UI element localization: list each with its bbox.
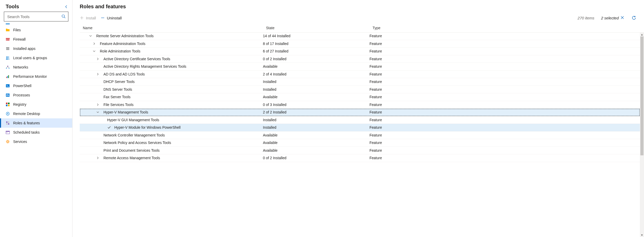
search-icon[interactable] <box>61 14 66 19</box>
table-row[interactable]: DHCP Server ToolsInstalledFeature <box>80 78 640 86</box>
expander-placeholder <box>96 64 100 68</box>
registry-icon <box>6 102 10 106</box>
sidebar-item-files[interactable]: Files <box>0 25 72 35</box>
table-row[interactable]: Role Administration Tools6 of 27 Install… <box>80 48 640 55</box>
search-input[interactable] <box>7 14 61 19</box>
row-name-label: Fax Server Tools <box>103 95 131 99</box>
collapse-sidebar-icon[interactable] <box>64 4 69 9</box>
svg-rect-24 <box>8 121 9 123</box>
table-row[interactable]: Hyper-V Management Tools2 of 2 Installed… <box>80 109 640 116</box>
minus-icon <box>101 16 105 20</box>
table-row[interactable]: Hyper-V GUI Management ToolsInstalledFea… <box>80 116 640 124</box>
svg-point-6 <box>7 66 8 67</box>
cell-state: 6 of 27 Installed <box>263 49 369 53</box>
powershell-icon <box>6 84 10 88</box>
sidebar-item-firewall[interactable]: Firewall <box>0 35 72 44</box>
sidebar-item-installed-apps[interactable]: Installed apps <box>0 44 72 53</box>
svg-rect-16 <box>9 95 9 96</box>
cell-state: Available <box>263 148 369 152</box>
table-row[interactable]: Active Directory Certificate Services To… <box>80 55 640 63</box>
row-name-label: File Services Tools <box>103 103 133 107</box>
svg-point-22 <box>7 113 8 114</box>
table-row[interactable]: DNS Server ToolsInstalledFeature <box>80 86 640 94</box>
clear-selection-icon[interactable] <box>620 16 625 20</box>
chevron-right-icon[interactable] <box>96 57 100 61</box>
table-row[interactable]: Network Controller Management ToolsAvail… <box>80 132 640 139</box>
cell-name: Hyper-V Module for Windows PowerShell <box>80 125 263 129</box>
main-panel: Roles and features Install Uninstall 27 <box>73 0 644 237</box>
chevron-right-icon[interactable] <box>96 103 100 107</box>
scroll-down-icon[interactable]: ▼ <box>640 233 644 237</box>
selected-count-text: 2 selected <box>601 16 619 20</box>
svg-rect-11 <box>8 75 9 78</box>
col-header-state[interactable]: State <box>266 26 373 30</box>
chevron-right-icon[interactable] <box>96 156 100 160</box>
chevron-right-icon[interactable] <box>96 72 100 76</box>
sidebar-item-label: Local users & groups <box>13 56 47 60</box>
sidebar-item-label: Installed apps <box>13 47 35 51</box>
cell-type: Feature <box>369 103 640 107</box>
scroll-up-icon[interactable]: ▲ <box>640 32 644 36</box>
table-row[interactable]: Hyper-V Module for Windows PowerShellIns… <box>80 124 640 132</box>
cell-name: AD DS and AD LDS Tools <box>80 72 263 76</box>
cell-state: Available <box>263 141 369 145</box>
nav-scroll[interactable]: FilesFirewallInstalled appsLocal users &… <box>0 24 72 237</box>
sidebar-item-networks[interactable]: Networks <box>0 63 72 72</box>
scroll-thumb[interactable] <box>640 36 643 155</box>
cell-state: 14 of 44 Installed <box>263 34 369 38</box>
cell-name: Hyper-V GUI Management Tools <box>80 118 263 122</box>
cell-type: Feature <box>369 148 640 152</box>
sidebar-item-label: Files <box>13 28 21 32</box>
sidebar-item-roles-features[interactable]: Roles & features <box>0 118 72 128</box>
chevron-right-icon[interactable] <box>92 42 96 46</box>
cell-name: Active Directory Certificate Services To… <box>80 57 263 61</box>
sidebar-item-performance-monitor[interactable]: Performance Monitor <box>0 72 72 81</box>
table-row[interactable]: Feature Administration Tools8 of 17 Inst… <box>80 40 640 48</box>
table-row[interactable]: Print and Document Services ToolsAvailab… <box>80 147 640 155</box>
sidebar-item-scheduled-tasks[interactable]: Scheduled tasks <box>0 128 72 137</box>
cell-state: Available <box>263 64 369 68</box>
chevron-down-icon[interactable] <box>92 49 96 53</box>
perf-icon <box>6 74 10 79</box>
sidebar-item-label: Roles & features <box>13 121 40 125</box>
table-row[interactable]: Active Directory Rights Management Servi… <box>80 63 640 71</box>
sidebar-item-registry[interactable]: Registry <box>0 100 72 109</box>
install-button[interactable]: Install <box>80 16 96 20</box>
table-row[interactable]: Remote Server Administration Tools14 of … <box>80 32 640 40</box>
cell-name: Fax Server Tools <box>80 95 263 99</box>
table-row[interactable]: Fax Server ToolsAvailableFeature <box>80 93 640 101</box>
chevron-down-icon[interactable] <box>96 110 100 114</box>
table-row[interactable]: File Services Tools0 of 3 InstalledFeatu… <box>80 101 640 109</box>
cell-name: Feature Administration Tools <box>80 42 263 46</box>
table-scrollbar[interactable]: ▲ ▼ <box>640 32 644 237</box>
row-name-label: Network Policy and Access Services Tools <box>103 141 171 145</box>
row-name-label: Remote Access Management Tools <box>103 156 160 160</box>
search-box[interactable] <box>4 12 68 21</box>
table-row[interactable]: Network Policy and Access Services Tools… <box>80 139 640 147</box>
row-name-label: Print and Document Services Tools <box>103 148 160 152</box>
checkmark-icon <box>107 125 111 129</box>
sidebar-item-powershell[interactable]: PowerShell <box>0 81 72 90</box>
col-header-type[interactable]: Type <box>373 26 644 30</box>
table-row[interactable]: AD DS and AD LDS Tools2 of 4 InstalledFe… <box>80 71 640 78</box>
svg-point-8 <box>9 68 10 69</box>
sidebar-item-local-users-groups[interactable]: Local users & groups <box>0 53 72 63</box>
sidebar-item-label: Services <box>13 140 27 144</box>
chevron-down-icon[interactable] <box>88 34 93 38</box>
table-body[interactable]: Remote Server Administration Tools14 of … <box>80 32 640 237</box>
sidebar-item-services[interactable]: Services <box>0 137 72 146</box>
cell-type: Feature <box>369 64 640 68</box>
row-name-label: DHCP Server Tools <box>103 80 135 84</box>
toolbar: Install Uninstall 270 items 2 selected <box>80 12 644 24</box>
expander-placeholder <box>96 80 100 84</box>
table-row[interactable]: Remote Access Management Tools0 of 2 Ins… <box>80 154 640 162</box>
sidebar-item-label: Registry <box>13 102 26 106</box>
col-header-name[interactable]: Name <box>81 26 266 30</box>
svg-point-0 <box>62 15 65 17</box>
cell-state: Available <box>263 95 369 99</box>
sidebar-item-processes[interactable]: Processes <box>0 90 72 100</box>
sidebar-item-remote-desktop[interactable]: Remote Desktop <box>0 109 72 118</box>
cell-name: Active Directory Rights Management Servi… <box>80 64 263 68</box>
uninstall-button[interactable]: Uninstall <box>101 16 122 20</box>
refresh-icon[interactable] <box>632 16 636 20</box>
